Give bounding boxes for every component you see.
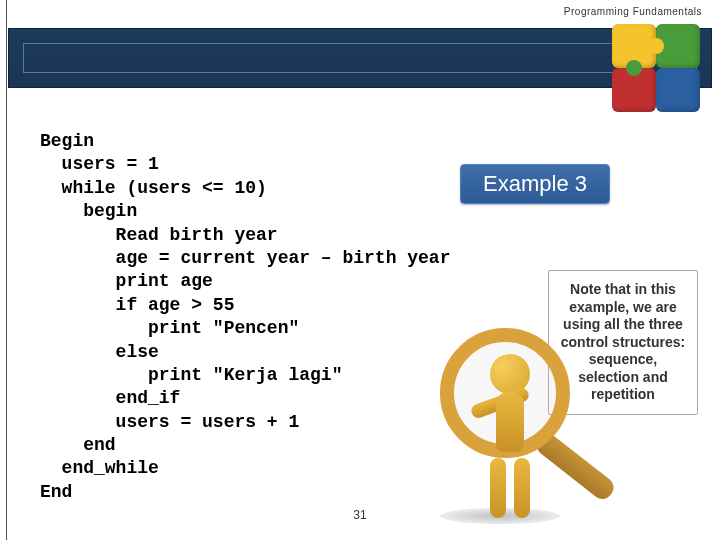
- pseudocode-block: Begin users = 1 while (users <= 10) begi…: [40, 130, 450, 504]
- header-label: Programming Fundamentals: [564, 6, 702, 17]
- magnifier-figure-icon: [430, 318, 610, 518]
- banner-inner: [23, 43, 697, 73]
- slide: Programming Fundamentals Begin users = 1…: [0, 0, 720, 540]
- example-badge: Example 3: [460, 164, 610, 204]
- page-number: 31: [353, 508, 366, 522]
- title-banner: [8, 28, 712, 88]
- puzzle-icon: [612, 24, 700, 112]
- left-rule: [6, 0, 7, 540]
